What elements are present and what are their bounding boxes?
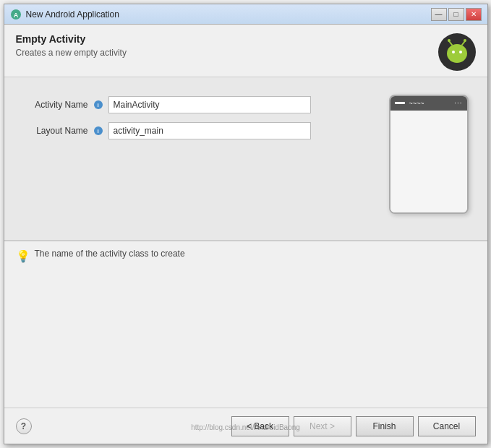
activity-name-input[interactable] — [108, 96, 311, 113]
bulb-icon: 💡 — [16, 249, 30, 263]
spacer — [4, 269, 487, 408]
phone-mockup: ~~~~ ··· — [389, 95, 469, 214]
window-controls: — □ ✕ — [431, 8, 482, 21]
phone-status-bar: ~~~~ ··· — [390, 96, 467, 111]
dialog-content: Empty Activity Creates a new empty activ… — [4, 25, 487, 444]
window-title: New Android Application — [26, 9, 431, 20]
layout-name-row: Layout Name i — [16, 122, 367, 139]
svg-point-6 — [464, 39, 466, 42]
hint-section: 💡 The name of the activity class to crea… — [4, 241, 487, 269]
close-button[interactable]: ✕ — [466, 8, 482, 21]
activity-name-row: Activity Name i — [16, 96, 367, 113]
page-subtitle: Creates a new empty activity — [16, 48, 431, 58]
page-title: Empty Activity — [16, 33, 431, 45]
header-section: Empty Activity Creates a new empty activ… — [4, 25, 487, 77]
activity-name-info-icon[interactable]: i — [94, 100, 103, 109]
svg-point-2 — [447, 44, 467, 63]
minimize-button[interactable]: — — [431, 8, 447, 21]
android-logo — [438, 33, 476, 71]
next-button[interactable]: Next > — [294, 416, 351, 436]
svg-text:A: A — [13, 12, 18, 19]
cancel-button[interactable]: Cancel — [418, 416, 476, 436]
phone-status-left: ~~~~ — [395, 100, 424, 107]
layout-name-info-icon[interactable]: i — [94, 126, 103, 135]
svg-point-8 — [459, 51, 462, 53]
activity-name-label: Activity Name — [16, 100, 88, 110]
hint-text: The name of the activity class to create — [35, 249, 185, 259]
layout-name-label: Layout Name — [16, 126, 88, 136]
status-bar-indicator — [395, 102, 405, 104]
layout-name-input[interactable] — [108, 122, 311, 139]
phone-preview: ~~~~ ··· — [382, 89, 476, 219]
phone-status-right: ··· — [454, 99, 462, 107]
phone-screen-content — [390, 111, 467, 212]
watermark: http://blog.csdn.net/AndroidBaong — [191, 423, 300, 431]
overflow-icon: ··· — [454, 99, 462, 107]
main-area: Activity Name i Layout Name i — [4, 77, 487, 241]
form-section: Activity Name i Layout Name i — [16, 89, 367, 228]
help-button[interactable]: ? — [16, 418, 32, 434]
main-window: A New Android Application — □ ✕ Empty Ac… — [4, 4, 488, 444]
svg-point-4 — [448, 39, 451, 42]
maximize-button[interactable]: □ — [448, 8, 464, 21]
window-icon: A — [10, 9, 22, 20]
svg-point-7 — [452, 51, 455, 53]
status-bar-text: ~~~~ — [409, 100, 424, 107]
title-bar: A New Android Application — □ ✕ — [4, 4, 487, 25]
header-text: Empty Activity Creates a new empty activ… — [16, 33, 431, 58]
finish-button[interactable]: Finish — [356, 416, 414, 436]
